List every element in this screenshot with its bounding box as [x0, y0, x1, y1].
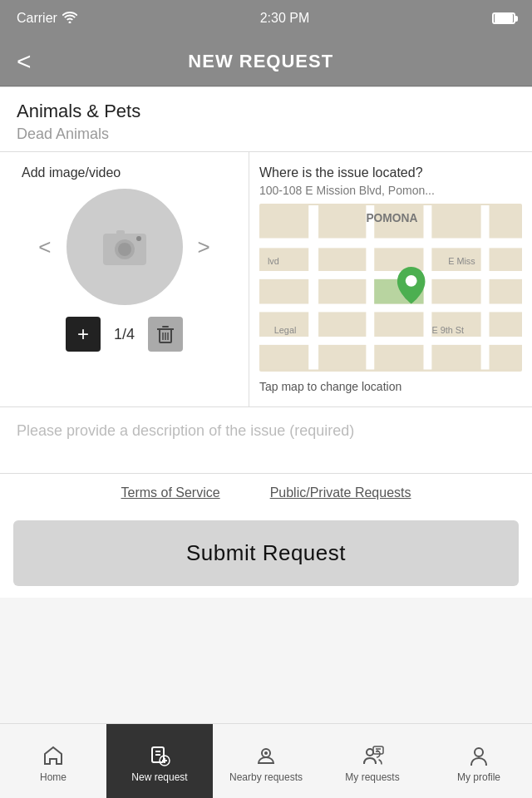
svg-rect-37	[373, 746, 383, 754]
svg-text:lvd: lvd	[268, 256, 279, 266]
media-location-row: Add image/video < > +	[0, 152, 532, 407]
page-title: NEW REQUEST	[45, 51, 477, 72]
media-panel: Add image/video < > +	[0, 152, 249, 406]
submit-section: Submit Request	[0, 512, 532, 598]
tab-nearby-label: Nearby requests	[229, 771, 303, 783]
tab-my-profile-label: My profile	[457, 771, 500, 783]
public-private-link[interactable]: Public/Private Requests	[270, 485, 411, 500]
svg-text:POMONA: POMONA	[366, 211, 417, 224]
carrier-text: Carrier	[17, 11, 57, 26]
add-image-button[interactable]: +	[66, 317, 101, 352]
tab-home[interactable]: Home	[0, 724, 106, 798]
category-section: Animals & Pets Dead Animals	[0, 87, 532, 152]
svg-point-35	[264, 751, 268, 755]
svg-point-36	[367, 749, 373, 756]
my-profile-icon	[466, 743, 491, 768]
svg-rect-18	[424, 205, 432, 370]
tab-home-label: Home	[40, 771, 66, 783]
location-address: 100-108 E Mission Blvd, Pomon...	[259, 184, 522, 197]
tab-my-requests-label: My requests	[345, 771, 399, 783]
tab-new-request[interactable]: New request	[106, 724, 213, 798]
tab-my-profile[interactable]: My profile	[426, 724, 532, 798]
camera-button[interactable]	[66, 189, 183, 305]
trash-icon	[156, 324, 175, 344]
description-placeholder: Please provide a description of the issu…	[17, 421, 515, 441]
map-svg: lvd Legal POMONA E Miss E 9th St	[259, 204, 522, 372]
svg-text:Legal: Legal	[274, 325, 297, 335]
media-picker: < >	[13, 189, 235, 305]
location-label: Where is the issue located?	[259, 165, 522, 180]
svg-rect-19	[481, 205, 490, 370]
links-row: Terms of Service Public/Private Requests	[0, 474, 532, 512]
category-title: Animals & Pets	[17, 101, 515, 122]
svg-point-2	[118, 243, 131, 256]
svg-rect-16	[308, 205, 318, 370]
map-view[interactable]: lvd Legal POMONA E Miss E 9th St	[259, 204, 522, 372]
new-request-icon	[147, 743, 172, 768]
svg-text:E 9th St: E 9th St	[431, 325, 464, 335]
svg-rect-17	[366, 205, 374, 370]
time-display: 2:30 PM	[260, 11, 310, 26]
next-image-button[interactable]: >	[191, 228, 217, 267]
camera-icon	[100, 222, 150, 272]
svg-rect-3	[116, 230, 125, 235]
tab-bar: Home New request Nearby requests	[0, 723, 532, 798]
delete-image-button[interactable]	[148, 317, 183, 352]
my-requests-icon	[360, 743, 385, 768]
tab-nearby[interactable]: Nearby requests	[213, 724, 319, 798]
status-bar: Carrier 2:30 PM	[0, 0, 532, 37]
svg-point-40	[475, 748, 483, 756]
prev-image-button[interactable]: <	[32, 228, 57, 267]
svg-point-4	[136, 236, 141, 241]
content-area: Animals & Pets Dead Animals Add image/vi…	[0, 86, 532, 598]
media-label: Add image/video	[22, 165, 121, 180]
tab-new-request-label: New request	[131, 771, 187, 783]
media-controls: + 1/4	[66, 317, 183, 352]
svg-text:E Miss: E Miss	[448, 256, 475, 266]
carrier-info: Carrier	[17, 11, 77, 26]
description-section[interactable]: Please provide a description of the issu…	[0, 407, 532, 474]
submit-request-button[interactable]: Submit Request	[13, 520, 519, 586]
back-button[interactable]: <	[17, 49, 32, 74]
svg-point-27	[406, 275, 417, 287]
battery-icon	[492, 11, 515, 26]
nearby-icon	[254, 743, 278, 768]
tab-my-requests[interactable]: My requests	[319, 724, 426, 798]
image-counter: 1/4	[114, 326, 135, 343]
home-icon	[41, 743, 66, 768]
wifi-icon	[62, 12, 77, 26]
category-subtitle: Dead Animals	[17, 126, 515, 143]
nav-bar: < NEW REQUEST	[0, 37, 532, 86]
location-panel: Where is the issue located? 100-108 E Mi…	[249, 152, 532, 406]
terms-of-service-link[interactable]: Terms of Service	[121, 485, 220, 500]
map-hint: Tap map to change location	[259, 380, 522, 393]
